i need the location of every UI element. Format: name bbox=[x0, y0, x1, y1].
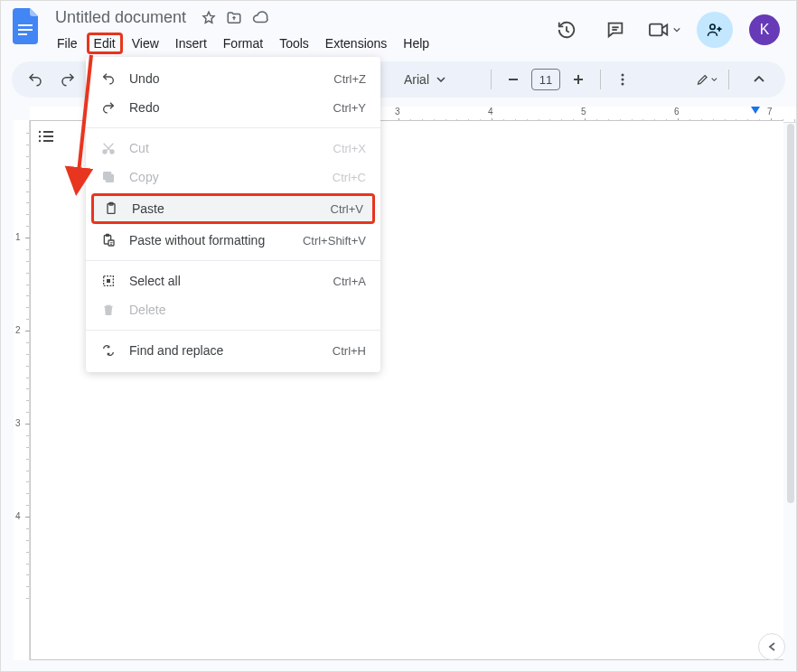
menu-separator bbox=[86, 127, 380, 128]
edit-menu-select-all-label: Select all bbox=[129, 274, 181, 288]
edit-menu-undo-label: Undo bbox=[129, 71, 159, 86]
outline-toggle-icon[interactable] bbox=[37, 129, 55, 144]
menu-edit[interactable]: Edit bbox=[87, 33, 123, 54]
docs-logo-icon[interactable] bbox=[10, 10, 42, 42]
edit-menu-cut: Cut Ctrl+X bbox=[86, 134, 380, 163]
paste-plain-icon bbox=[100, 233, 117, 247]
comments-icon[interactable] bbox=[599, 14, 632, 46]
svg-point-17 bbox=[39, 140, 41, 142]
font-size-input[interactable]: 11 bbox=[531, 69, 560, 90]
edit-menu-cut-label: Cut bbox=[129, 141, 149, 155]
edit-menu-find-replace-label: Find and replace bbox=[129, 343, 223, 358]
edit-menu-delete: Delete bbox=[86, 295, 380, 324]
collapse-toolbar-icon[interactable] bbox=[745, 66, 773, 93]
edit-menu-copy-label: Copy bbox=[129, 170, 159, 184]
edit-menu-undo[interactable]: Undo Ctrl+Z bbox=[86, 64, 380, 93]
copy-icon bbox=[100, 170, 117, 184]
menubar: File Edit View Insert Format Tools Exten… bbox=[50, 33, 436, 54]
menu-format[interactable]: Format bbox=[216, 33, 270, 54]
svg-point-12 bbox=[622, 83, 624, 86]
history-icon[interactable] bbox=[550, 14, 583, 46]
paste-icon bbox=[103, 201, 119, 216]
delete-icon bbox=[100, 303, 117, 317]
svg-point-20 bbox=[110, 150, 114, 154]
svg-rect-5 bbox=[650, 24, 662, 36]
account-avatar[interactable]: K bbox=[749, 14, 780, 45]
menu-separator bbox=[86, 260, 380, 261]
svg-point-13 bbox=[39, 131, 41, 133]
menu-extensions[interactable]: Extensions bbox=[318, 33, 394, 54]
svg-rect-2 bbox=[18, 33, 27, 35]
svg-rect-0 bbox=[18, 24, 33, 26]
redo-button[interactable] bbox=[57, 69, 79, 90]
meet-icon[interactable] bbox=[648, 14, 680, 46]
font-family-label: Arial bbox=[404, 72, 429, 87]
document-title[interactable]: Untitled document bbox=[50, 6, 192, 29]
header: Untitled document File Edit View Insert … bbox=[1, 1, 796, 54]
select-all-icon bbox=[100, 274, 117, 288]
edit-menu-find-replace[interactable]: Find and replace Ctrl+H bbox=[86, 336, 380, 365]
star-icon[interactable] bbox=[201, 10, 217, 26]
explore-fab[interactable] bbox=[758, 633, 785, 660]
menu-view[interactable]: View bbox=[125, 33, 166, 54]
font-size-control: 11 bbox=[502, 69, 589, 90]
svg-rect-29 bbox=[107, 279, 110, 283]
svg-point-11 bbox=[622, 79, 624, 81]
chevron-down-icon bbox=[436, 77, 445, 82]
more-tools-icon[interactable] bbox=[612, 69, 633, 90]
edit-menu-paste-plain-shortcut: Ctrl+Shift+V bbox=[303, 234, 366, 247]
menu-file[interactable]: File bbox=[50, 33, 85, 54]
edit-menu-find-replace-shortcut: Ctrl+H bbox=[333, 344, 366, 358]
share-button[interactable] bbox=[697, 12, 733, 48]
menu-separator bbox=[86, 330, 380, 331]
edit-menu-copy: Copy Ctrl+C bbox=[86, 163, 380, 191]
svg-rect-22 bbox=[104, 173, 111, 180]
menu-tools[interactable]: Tools bbox=[272, 33, 316, 54]
editing-mode-button[interactable] bbox=[696, 69, 717, 90]
edit-menu-delete-label: Delete bbox=[129, 303, 165, 317]
font-size-increase[interactable] bbox=[567, 69, 589, 90]
svg-point-15 bbox=[39, 135, 41, 137]
edit-menu-select-all[interactable]: Select all Ctrl+A bbox=[86, 266, 380, 295]
edit-menu-dropdown: Undo Ctrl+Z Redo Ctrl+Y Cut Ctrl+X Copy … bbox=[86, 57, 380, 372]
font-size-decrease[interactable] bbox=[502, 69, 524, 90]
scrollbar-thumb[interactable] bbox=[787, 124, 794, 503]
edit-menu-paste-shortcut: Ctrl+V bbox=[331, 202, 363, 216]
svg-rect-1 bbox=[18, 29, 33, 31]
svg-point-6 bbox=[710, 24, 715, 29]
vertical-ruler[interactable]: 1234 bbox=[14, 120, 30, 660]
edit-menu-paste[interactable]: Paste Ctrl+V bbox=[91, 193, 375, 224]
font-family-selector[interactable]: Arial bbox=[398, 72, 480, 87]
title-and-menubar: Untitled document File Edit View Insert … bbox=[50, 6, 436, 54]
cut-icon bbox=[100, 141, 117, 155]
edit-menu-paste-without-formatting[interactable]: Paste without formatting Ctrl+Shift+V bbox=[86, 226, 380, 255]
cloud-status-icon[interactable] bbox=[251, 10, 269, 26]
edit-menu-copy-shortcut: Ctrl+C bbox=[333, 171, 366, 184]
edit-menu-redo-shortcut: Ctrl+Y bbox=[333, 101, 366, 115]
vertical-scrollbar[interactable] bbox=[787, 124, 794, 635]
edit-menu-redo[interactable]: Redo Ctrl+Y bbox=[86, 93, 380, 122]
edit-menu-select-all-shortcut: Ctrl+A bbox=[333, 275, 366, 288]
undo-icon bbox=[100, 71, 117, 86]
edit-menu-redo-label: Redo bbox=[129, 100, 159, 115]
svg-point-19 bbox=[103, 150, 107, 154]
find-replace-icon bbox=[100, 343, 117, 358]
edit-menu-undo-shortcut: Ctrl+Z bbox=[333, 72, 366, 86]
right-margin-marker-icon[interactable] bbox=[751, 107, 760, 114]
edit-menu-paste-label: Paste bbox=[132, 201, 164, 216]
edit-menu-cut-shortcut: Ctrl+X bbox=[333, 142, 366, 155]
redo-icon bbox=[100, 100, 117, 115]
edit-menu-paste-plain-label: Paste without formatting bbox=[129, 233, 265, 247]
svg-point-10 bbox=[622, 74, 624, 77]
move-icon[interactable] bbox=[226, 10, 242, 26]
menu-help[interactable]: Help bbox=[396, 33, 436, 54]
menu-insert[interactable]: Insert bbox=[168, 33, 214, 54]
undo-button[interactable] bbox=[24, 69, 46, 90]
